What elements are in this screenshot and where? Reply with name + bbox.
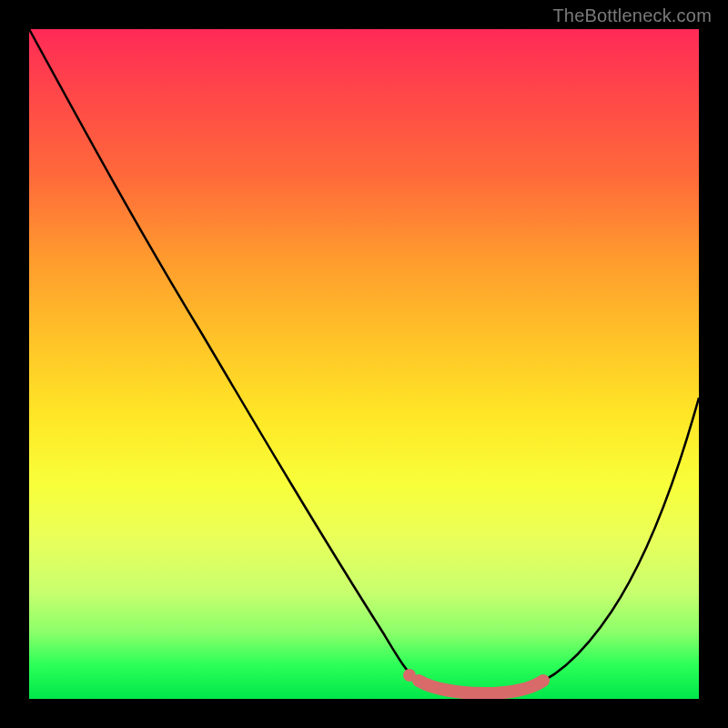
brand-watermark: TheBottleneck.com	[552, 5, 712, 26]
optimal-band-dot	[403, 669, 416, 682]
chart-frame: TheBottleneck.com	[0, 0, 728, 728]
bottleneck-curve	[29, 29, 699, 693]
optimal-band	[419, 681, 543, 693]
plot-svg	[29, 29, 699, 699]
